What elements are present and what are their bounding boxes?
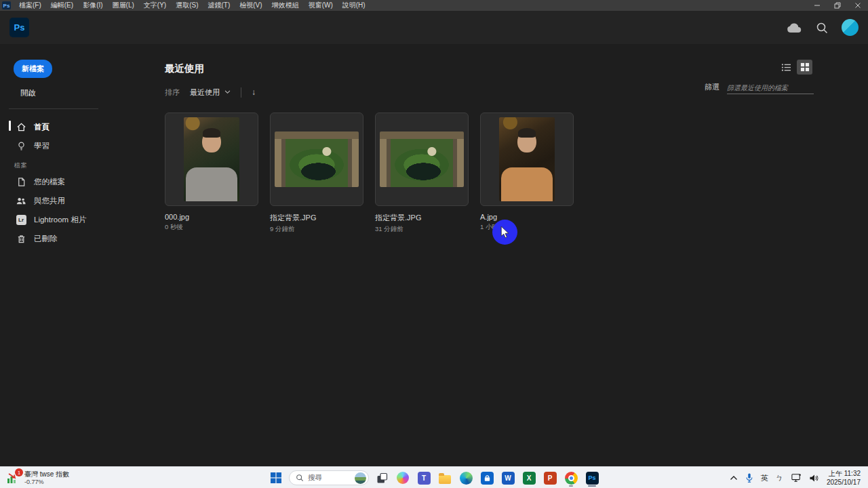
menu-view[interactable]: 檢視(V) bbox=[235, 0, 267, 11]
microsoft-store-button[interactable] bbox=[479, 469, 495, 487]
file-name: 指定背景.JPG bbox=[375, 213, 469, 223]
user-avatar[interactable] bbox=[842, 19, 859, 36]
photoshop-icon: Ps bbox=[586, 472, 599, 485]
main-content: 最近使用 排序 最近使用 ↓ 篩選 bbox=[165, 44, 868, 466]
sidebar-item-your-files[interactable]: 您的檔案 bbox=[0, 172, 165, 191]
copilot-button[interactable] bbox=[395, 469, 411, 487]
menu-file[interactable]: 檔案(F) bbox=[14, 0, 46, 11]
app-badge-icon: Ps bbox=[2, 1, 11, 9]
menus: 檔案(F) 編輯(E) 影像(I) 圖層(L) 文字(Y) 選取(S) 濾鏡(T… bbox=[14, 0, 370, 11]
header-actions bbox=[786, 19, 859, 36]
network-tray-button[interactable] bbox=[791, 473, 802, 483]
sidebar-item-home[interactable]: 首頁 bbox=[0, 117, 165, 136]
thumbnail-courtyard bbox=[275, 131, 359, 187]
menu-type[interactable]: 文字(Y) bbox=[139, 0, 171, 11]
file-card-000[interactable]: 000.jpg 0 秒後 bbox=[165, 113, 258, 234]
store-icon bbox=[481, 472, 494, 485]
sidebar-divider bbox=[9, 108, 98, 109]
minimize-button[interactable] bbox=[807, 0, 827, 11]
sidebar-item-label: 您的檔案 bbox=[34, 177, 65, 187]
sort-dropdown[interactable]: 最近使用 bbox=[190, 87, 231, 98]
file-card-a[interactable]: A.jpg 1 小時前 bbox=[480, 113, 574, 234]
start-button[interactable] bbox=[268, 469, 284, 487]
menu-select[interactable]: 選取(S) bbox=[171, 0, 203, 11]
open-button[interactable]: 開啟 bbox=[20, 88, 165, 98]
person-body bbox=[186, 167, 237, 201]
sidebar-item-label: 已刪除 bbox=[34, 234, 58, 244]
close-icon bbox=[854, 2, 861, 9]
photoshop-taskbar-button[interactable]: Ps bbox=[584, 469, 600, 487]
filter-row: 篩選 bbox=[705, 82, 814, 94]
list-view-icon bbox=[781, 63, 791, 72]
clock[interactable]: 上午 11:32 2025/10/17 bbox=[827, 469, 861, 487]
task-view-button[interactable] bbox=[374, 469, 390, 487]
file-explorer-icon bbox=[439, 475, 451, 484]
teams-icon: T bbox=[418, 472, 431, 485]
new-file-button[interactable]: 新檔案 bbox=[14, 60, 52, 78]
home-icon bbox=[16, 121, 26, 132]
filter-input[interactable] bbox=[727, 83, 814, 94]
taskbar-search[interactable]: 搜尋 bbox=[289, 470, 369, 485]
ime-mode-indicator[interactable]: ㄅ bbox=[776, 473, 783, 483]
sidebar-item-label: Lightroom 相片 bbox=[34, 215, 86, 225]
sidebar-item-shared[interactable]: 與您共用 bbox=[0, 191, 165, 210]
taskbar-center: 搜尋 T W X P Ps bbox=[268, 467, 600, 488]
photoshop-logo: Ps bbox=[9, 18, 29, 37]
thumbnail-portrait-gray-shirt bbox=[184, 117, 239, 201]
widget-value: -0.77% bbox=[24, 479, 69, 486]
mouse-cursor-icon bbox=[500, 226, 509, 239]
file-card-bg1[interactable]: 指定背景.JPG 9 分鐘前 bbox=[270, 113, 363, 234]
word-button[interactable]: W bbox=[500, 469, 516, 487]
sidebar-item-learn[interactable]: 學習 bbox=[0, 136, 165, 155]
time: 上午 11:32 bbox=[827, 469, 861, 478]
excel-button[interactable]: X bbox=[521, 469, 537, 487]
sort-label: 排序 bbox=[165, 87, 180, 98]
excel-icon: X bbox=[523, 472, 536, 485]
sort-direction-button[interactable]: ↓ bbox=[252, 87, 256, 97]
menu-bar: Ps 檔案(F) 編輯(E) 影像(I) 圖層(L) 文字(Y) 選取(S) 濾… bbox=[0, 0, 868, 11]
cloud-sync-icon[interactable] bbox=[786, 22, 802, 34]
restore-icon bbox=[834, 2, 841, 9]
file-name: 指定背景.JPG bbox=[270, 213, 363, 223]
file-explorer-button[interactable] bbox=[437, 469, 453, 487]
grid-view-button[interactable] bbox=[797, 60, 812, 75]
sidebar-item-label: 首頁 bbox=[34, 122, 50, 132]
ime-language-indicator[interactable]: 英 bbox=[761, 473, 768, 483]
trash-icon bbox=[16, 233, 26, 244]
file-name: A.jpg bbox=[480, 213, 574, 221]
chrome-button[interactable] bbox=[563, 469, 579, 487]
microphone-tray-button[interactable] bbox=[745, 472, 753, 483]
volume-tray-button[interactable] bbox=[809, 474, 819, 483]
page-title: 最近使用 bbox=[165, 62, 868, 75]
active-indicator bbox=[9, 121, 11, 131]
widgets-button[interactable]: 1 臺灣 twse 指數 -0.77% bbox=[6, 467, 69, 488]
file-name: 000.jpg bbox=[165, 213, 258, 221]
menu-filter[interactable]: 濾鏡(T) bbox=[203, 0, 235, 11]
menu-edit[interactable]: 編輯(E) bbox=[46, 0, 78, 11]
list-view-button[interactable] bbox=[778, 60, 794, 75]
minimize-icon bbox=[814, 2, 821, 9]
menu-layer[interactable]: 圖層(L) bbox=[108, 0, 139, 11]
teams-button[interactable]: T bbox=[416, 469, 432, 487]
menu-plugins[interactable]: 增效模組 bbox=[267, 0, 304, 11]
sidebar-item-deleted[interactable]: 已刪除 bbox=[0, 229, 165, 248]
menu-help[interactable]: 說明(H) bbox=[338, 0, 370, 11]
powerpoint-button[interactable]: P bbox=[542, 469, 558, 487]
body: 新檔案 開啟 首頁 學習 檔案 您的檔案 bbox=[0, 44, 868, 466]
menu-image[interactable]: 影像(I) bbox=[78, 0, 107, 11]
sidebar: 新檔案 開啟 首頁 學習 檔案 您的檔案 bbox=[0, 44, 165, 466]
thumbnail-frame bbox=[375, 113, 469, 206]
powerpoint-icon: P bbox=[544, 472, 557, 485]
thumbnail-frame bbox=[165, 113, 258, 206]
edge-button[interactable] bbox=[458, 469, 474, 487]
stock-chart-icon: 1 bbox=[6, 471, 20, 485]
tray-overflow-button[interactable] bbox=[730, 475, 738, 481]
sidebar-item-lightroom[interactable]: Lr Lightroom 相片 bbox=[0, 210, 165, 229]
restore-button[interactable] bbox=[827, 0, 848, 11]
task-view-icon bbox=[376, 472, 388, 484]
edge-icon bbox=[460, 472, 473, 485]
close-button[interactable] bbox=[848, 0, 868, 11]
search-icon[interactable] bbox=[815, 21, 829, 35]
menu-window[interactable]: 視窗(W) bbox=[304, 0, 338, 11]
file-card-bg2[interactable]: 指定背景.JPG 31 分鐘前 bbox=[375, 113, 469, 234]
